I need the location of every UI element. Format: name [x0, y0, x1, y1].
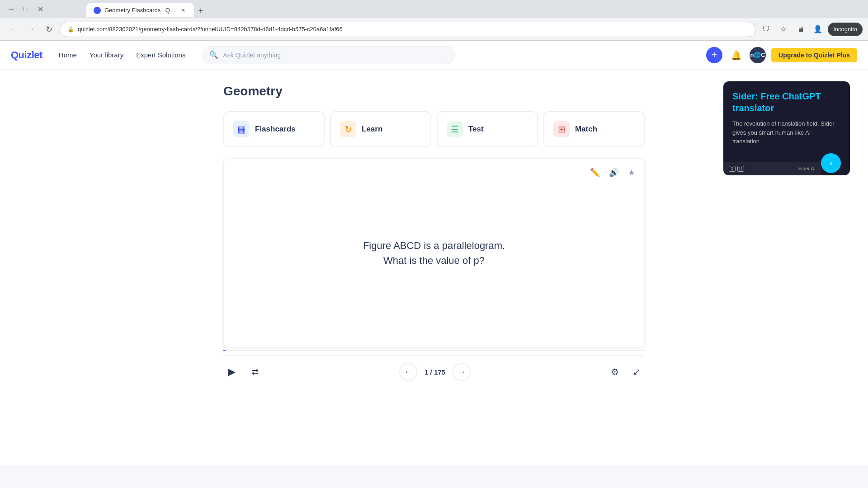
ad-footer: X D Sider AI [723, 162, 821, 175]
flashcard-settings-button[interactable]: ⚙ [607, 364, 623, 380]
nav-home[interactable]: Home [53, 47, 82, 62]
close-window-button[interactable]: ✕ [34, 3, 46, 15]
security-lock-icon: 🔒 [67, 26, 74, 33]
learn-mode-label: Learn [362, 125, 382, 134]
test-mode-icon: ☰ [447, 121, 463, 137]
mode-flashcards[interactable]: ▦ Flashcards [223, 111, 325, 147]
forward-button[interactable]: → [24, 22, 38, 37]
tab-bar: Geometry Flashcards | Quizlet ✕ + [50, 1, 207, 17]
device-sync-icon[interactable]: 🖥 [793, 22, 808, 37]
mode-match[interactable]: ⊞ Match [543, 111, 645, 147]
notifications-button[interactable]: 🔔 [728, 47, 744, 63]
ad-title: Sider: Free ChatGPT translator [732, 90, 841, 114]
upgrade-button[interactable]: Upgrade to Quizlet Plus [771, 48, 857, 62]
maximize-button[interactable]: □ [20, 3, 32, 15]
profile-icon[interactable]: 👤 [811, 22, 825, 37]
learn-mode-icon: ↻ [340, 121, 356, 137]
search-placeholder-text: Ask Quizlet anything [223, 52, 281, 59]
mode-test[interactable]: ☰ Test [437, 111, 538, 147]
test-mode-label: Test [468, 125, 484, 134]
audio-button[interactable]: 🔊 [607, 166, 621, 179]
progress-bar-fill [223, 350, 226, 351]
nav-expert-solutions[interactable]: Expert Solutions [131, 47, 191, 62]
ad-description: The revolution of translation field, Sid… [732, 119, 841, 146]
flashcards-mode-icon: ▦ [233, 121, 250, 137]
tab-title: Geometry Flashcards | Quizlet [104, 7, 176, 14]
progress-bar [223, 350, 645, 351]
shield-icon[interactable]: 🛡 [759, 22, 774, 37]
star-button[interactable]: ★ [626, 166, 637, 179]
header-nav: Home Your library Expert Solutions [53, 47, 191, 62]
flashcard-footer-center: ← 1 / 175 → [399, 363, 471, 381]
play-button[interactable]: ▶ [223, 364, 240, 380]
search-bar[interactable]: 🔍 Ask Quizlet anything [202, 46, 455, 64]
main-content: Geometry ▦ Flashcards ↻ Learn ☰ Test ⊞ M… [212, 70, 656, 399]
back-button[interactable]: ← [5, 22, 20, 37]
bookmark-icon[interactable]: ☆ [776, 22, 791, 37]
browser-chrome: ─ □ ✕ Geometry Flashcards | Quizlet ✕ + … [0, 0, 868, 41]
ad-body: Sider: Free ChatGPT translator The revol… [723, 81, 850, 162]
flashcard-question-line1: Figure ABCD is a parallelogram. [363, 238, 505, 253]
minimize-button[interactable]: ─ [5, 3, 17, 15]
address-bar-row: ← → ↻ 🔒 quizlet.com/882302021/geometry-f… [0, 18, 868, 41]
quizlet-logo[interactable]: Quizlet [11, 49, 42, 61]
browser-window-controls: ─ □ ✕ [5, 3, 46, 15]
flashcard-question-line2: What is the value of p? [363, 253, 505, 268]
search-icon: 🔍 [209, 51, 218, 59]
address-text: quizlet.com/882302021/geometry-flash-car… [78, 26, 748, 33]
ad-brand: Sider AI [798, 166, 816, 171]
ad-x-badge[interactable]: X [729, 166, 736, 172]
ad-d-badge: D [737, 166, 744, 172]
browser-titlebar: ─ □ ✕ Geometry Flashcards | Quizlet ✕ + [0, 0, 868, 18]
browser-actions: 🛡 ☆ 🖥 👤 Incognito [759, 22, 863, 37]
ad-badge: X D [729, 166, 744, 172]
flashcard-question: Figure ABCD is a parallelogram. What is … [363, 238, 505, 268]
page-title: Geometry [223, 84, 645, 99]
study-modes: ▦ Flashcards ↻ Learn ☰ Test ⊞ Match [223, 111, 645, 147]
card-counter: 1 / 175 [425, 368, 445, 376]
incognito-button[interactable]: Incognito [828, 23, 863, 36]
shuffle-button[interactable]: ⇄ [247, 364, 263, 380]
prev-card-button[interactable]: ← [399, 363, 417, 381]
new-tab-button[interactable]: + [194, 5, 207, 17]
add-button[interactable]: + [706, 47, 722, 63]
flashcard-area[interactable]: ✏️ 🔊 ★ Figure ABCD is a parallelogram. W… [223, 158, 645, 348]
flashcards-mode-label: Flashcards [255, 125, 296, 134]
tab-favicon [94, 7, 101, 14]
match-mode-label: Match [575, 125, 597, 134]
avatar[interactable]: n🌐C [750, 47, 766, 63]
flashcard-footer: ▶ ⇄ ← 1 / 175 → ⚙ ⤢ [223, 355, 645, 385]
mode-learn[interactable]: ↻ Learn [330, 111, 431, 147]
match-mode-icon: ⊞ [553, 121, 570, 137]
active-tab[interactable]: Geometry Flashcards | Quizlet ✕ [86, 3, 194, 17]
ad-panel: Sider: Free ChatGPT translator The revol… [723, 81, 850, 175]
flashcard-top-controls: ✏️ 🔊 ★ [588, 166, 637, 179]
quizlet-header: Quizlet Home Your library Expert Solutio… [0, 41, 868, 70]
flashcard-footer-right: ⚙ ⤢ [607, 364, 645, 380]
address-bar[interactable]: 🔒 quizlet.com/882302021/geometry-flash-c… [60, 22, 755, 37]
edit-flashcard-button[interactable]: ✏️ [588, 166, 602, 179]
tab-close-button[interactable]: ✕ [179, 7, 187, 14]
nav-your-library[interactable]: Your library [84, 47, 129, 62]
next-card-button[interactable]: → [453, 363, 471, 381]
ad-cta-button[interactable]: › [821, 153, 841, 173]
refresh-button[interactable]: ↻ [42, 22, 56, 37]
header-actions: + 🔔 n🌐C Upgrade to Quizlet Plus [706, 47, 857, 63]
flashcard-footer-left: ▶ ⇄ [223, 364, 263, 380]
fullscreen-button[interactable]: ⤢ [628, 364, 645, 380]
